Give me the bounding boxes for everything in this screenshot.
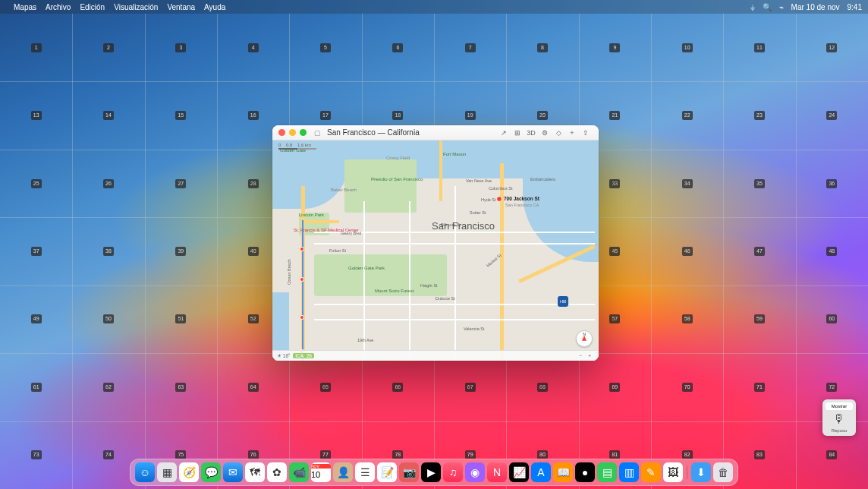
dock-voicememos[interactable]: ● [575,462,595,482]
route-point [300,247,304,251]
dock-reminders[interactable]: ☰ [355,462,375,482]
menu-visualizacion[interactable]: Visualización [114,3,158,11]
dock-notes[interactable]: 📝 [377,462,397,482]
dock-facetime[interactable]: 📹 [289,462,309,482]
compass-icon[interactable] [576,330,593,347]
3d-button[interactable]: 3D [524,129,538,137]
poi-sutro: Mount Sutro Forest [375,289,414,294]
interstate-shield: I-80 [558,296,568,307]
dock-calendar[interactable]: NOV10 [311,462,331,482]
window-titlebar[interactable]: ▢ San Francisco — California ↗ ⊞ 3D ⚙ ◇ … [272,125,599,140]
maps-window: ▢ San Francisco — California ↗ ⊞ 3D ⚙ ◇ … [272,125,599,361]
dock-podcasts[interactable]: ◉ [465,462,485,482]
zoom-in-button[interactable]: + [585,353,594,358]
route-point [300,277,304,282]
street-haight: Haight St [420,283,438,288]
spotlight-icon[interactable]: 🔍 [763,3,772,11]
dock-maps[interactable]: 🗺 [245,462,265,482]
dock-news[interactable]: N [487,462,507,482]
poi-baker: Baker Beach [331,188,357,193]
street-valencia: Valencia St [464,327,484,331]
location-callout[interactable]: 700 Jackson St San Francisco CA [496,196,539,207]
dock-trash[interactable]: 🗑 [713,462,733,482]
dock-photos[interactable]: ✿ [267,462,287,482]
dock-music[interactable]: ♫ [443,462,463,482]
dock-tv[interactable]: ▶ [421,462,441,482]
poi-crissy: Crissy Field [386,156,410,161]
menubar-date[interactable]: Mar 10 de nov [791,3,840,11]
minimize-button[interactable] [289,129,296,136]
share-button[interactable]: ↗ [497,129,511,137]
street-19th: 19th Ave [357,338,373,342]
weather-status: ☀ 18° [277,353,291,359]
add-button[interactable]: + [565,129,579,137]
close-button[interactable] [278,129,285,136]
dock-finder[interactable]: ☺ [135,462,155,482]
street-geary: Geary Blvd [341,231,361,235]
wifi-icon[interactable]: ⏚ [750,3,755,11]
map-status-bar: ☀ 18° ICA: 28 − + [272,350,599,361]
poi-fort-mason: Fort Mason [443,152,466,157]
dock-downloads[interactable]: ⬇ [691,462,711,482]
menu-ventana[interactable]: Ventana [167,3,195,11]
fullscreen-button[interactable] [300,129,307,136]
window-title: San Francisco — California [327,128,420,137]
dock-numbers[interactable]: ▤ [597,462,617,482]
dock-safari[interactable]: 🧭 [179,462,199,482]
poi-lincoln-park: Lincoln Park [299,213,324,218]
map-canvas[interactable]: San Francisco Golden Gate Presidio of Sa… [272,140,599,361]
dock-photobooth[interactable]: 📷 [399,462,419,482]
dock: ☺▦🧭💬✉🗺✿📹NOV10👤☰📝📷▶♫◉N📈A📖●▤▥✎🖼⬇🗑 [130,459,738,486]
settings-icon[interactable]: ⚙ [538,129,552,137]
dock-books[interactable]: 📖 [553,462,573,482]
callout-title: 700 Jackson St [504,196,539,201]
directions-button[interactable]: ◇ [552,129,565,137]
street-columbus: Columbus St [489,186,513,191]
zoom-out-button[interactable]: − [576,353,585,358]
control-center-icon[interactable]: ⌁ [779,3,784,11]
menu-archivo[interactable]: Archivo [46,3,71,11]
menu-edicion[interactable]: Edición [80,3,105,11]
menu-ayuda[interactable]: Ayuda [204,3,225,11]
dock-contacts[interactable]: 👤 [333,462,353,482]
voice-status-label: Reposo [826,428,853,433]
dock-preview[interactable]: 🖼 [663,462,683,482]
microphone-icon[interactable]: 🎙 [826,412,853,426]
street-embarc: Embarcadero [530,177,555,181]
street-sutter: Sutter St [470,210,486,215]
aqi-status: ICA: 28 [293,353,314,358]
map-mode-button[interactable]: ⊞ [511,129,524,137]
street-ocean: Ocean Beach [287,259,291,284]
dock-mail[interactable]: ✉ [223,462,243,482]
voice-control-panel: Mostrar 🎙 Reposo [822,399,856,436]
street-fillmore: Fillmore St [441,222,461,227]
map-scale: 0 0,8 1,6 km [278,143,316,150]
app-menu[interactable]: Mapas [14,3,36,11]
dock-appstore[interactable]: A [531,462,551,482]
sidebar-toggle-icon[interactable]: ▢ [314,129,321,137]
poi-ggp: Golden Gate Park [348,266,385,271]
pin-icon [496,196,502,202]
menubar: Mapas Archivo Edición Visualización Vent… [0,0,868,14]
poi-presidio: Presidio of San Francisco [371,177,423,182]
voice-show-button[interactable]: Mostrar [826,402,853,410]
dock-messages[interactable]: 💬 [201,462,221,482]
dock-keynote[interactable]: ▥ [619,462,639,482]
callout-subtitle: San Francisco CA [505,203,539,207]
street-hyde: Hyde St [481,197,496,202]
dock-pages[interactable]: ✎ [641,462,661,482]
dock-launchpad[interactable]: ▦ [157,462,177,482]
street-vanness: Van Ness Ave [466,178,492,183]
export-icon[interactable]: ⇪ [579,129,593,137]
street-fulton: Fulton St [329,248,346,253]
route-point [300,315,304,320]
dock-stocks[interactable]: 📈 [509,462,529,482]
menubar-time[interactable]: 9:41 [848,3,862,11]
street-duboce: Duboce St [436,296,455,301]
